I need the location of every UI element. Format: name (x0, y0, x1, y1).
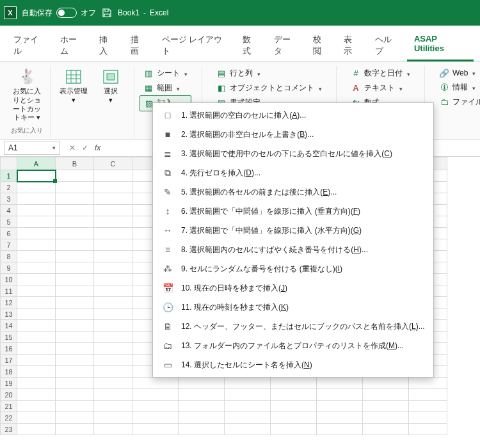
cell[interactable] (94, 193, 132, 205)
menu-item-12[interactable]: 🗎12. ヘッダー、フッター、またはセルにブックのパスと名前を挿入(L)... (153, 317, 433, 336)
cell[interactable] (94, 297, 132, 308)
cell[interactable] (56, 355, 94, 366)
cell[interactable] (225, 378, 271, 389)
cell[interactable] (409, 412, 447, 424)
cell[interactable] (56, 401, 94, 412)
cell[interactable] (409, 389, 447, 401)
cell[interactable] (56, 228, 94, 239)
menu-item-13[interactable]: 🗂13. フォルダー内のファイル名とプロパティのリストを作成(M)... (153, 336, 433, 355)
cell[interactable] (17, 308, 56, 320)
menu-item-5[interactable]: ✎5. 選択範囲の各セルの前または後に挿入(E)... (153, 182, 433, 202)
cell[interactable] (56, 378, 94, 389)
cell[interactable] (94, 378, 132, 389)
accept-icon[interactable]: ✓ (82, 143, 88, 152)
cell[interactable] (17, 228, 56, 239)
cell[interactable] (317, 378, 363, 389)
menu-item-14[interactable]: ▭14. 選択したセルにシート名を挿入(N) (153, 355, 433, 374)
row-header[interactable]: 19 (1, 378, 17, 389)
row-header[interactable]: 15 (1, 332, 17, 343)
cell[interactable] (17, 262, 56, 274)
cell[interactable] (132, 378, 179, 389)
row-header[interactable]: 4 (1, 205, 17, 216)
cell[interactable] (132, 401, 179, 412)
cell[interactable] (94, 355, 132, 366)
menu-item-3[interactable]: ≣3. 選択範囲で使用中のセルの下にある空白セルに値を挿入(C) (153, 144, 433, 163)
cell[interactable] (17, 239, 56, 251)
tab-表示[interactable]: 表示 (337, 29, 367, 61)
name-box[interactable]: A1 ▾ (4, 141, 60, 155)
cell[interactable] (17, 366, 56, 378)
cell[interactable] (94, 205, 132, 216)
cell[interactable] (56, 308, 94, 320)
row-header[interactable]: 5 (1, 216, 17, 228)
cell[interactable] (271, 378, 317, 389)
cell[interactable] (94, 412, 132, 424)
cell[interactable] (94, 308, 132, 320)
autosave-toggle[interactable]: 自動保存 オフ (22, 8, 96, 19)
favorites-button[interactable]: 🐇 お気に入りとショートカットキー ▾ (9, 66, 45, 125)
menu-item-1[interactable]: □1. 選択範囲の空白のセルに挿入(A)... (153, 106, 433, 125)
cell[interactable] (179, 424, 225, 435)
cell[interactable] (94, 366, 132, 378)
column-header[interactable]: C (94, 157, 132, 170)
cell[interactable] (56, 251, 94, 262)
cell[interactable] (94, 170, 132, 182)
cell[interactable] (132, 389, 179, 401)
cell[interactable] (132, 412, 179, 424)
tab-ヘルプ[interactable]: ヘルプ (368, 29, 406, 61)
row-header[interactable]: 12 (1, 297, 17, 308)
cell[interactable] (94, 389, 132, 401)
cell[interactable] (17, 251, 56, 262)
cell[interactable] (56, 343, 94, 355)
cell[interactable] (363, 412, 409, 424)
tab-挿入[interactable]: 挿入 (92, 29, 122, 61)
tab-ファイル[interactable]: ファイル (6, 29, 52, 61)
range-menu[interactable]: ▦範囲 (140, 81, 191, 95)
cell[interactable] (271, 412, 317, 424)
cell[interactable] (94, 239, 132, 251)
row-header[interactable]: 18 (1, 366, 17, 378)
row-header[interactable]: 17 (1, 355, 17, 366)
cell[interactable] (225, 389, 271, 401)
cell[interactable] (17, 285, 56, 297)
rowscols-menu[interactable]: ▤行と列 (212, 66, 326, 81)
row-header[interactable]: 2 (1, 182, 17, 193)
cell[interactable] (94, 228, 132, 239)
info-menu[interactable]: 🛈情報 (435, 80, 480, 95)
row-header[interactable]: 8 (1, 251, 17, 262)
cell[interactable] (17, 182, 56, 193)
cell[interactable] (17, 355, 56, 366)
cell[interactable] (56, 424, 94, 435)
menu-item-6[interactable]: ↕6. 選択範囲で「中間値」を線形に挿入 (垂直方向)(F) (153, 202, 433, 221)
row-header[interactable]: 23 (1, 424, 17, 435)
cell[interactable] (179, 412, 225, 424)
tab-ページ レイアウト[interactable]: ページ レイアウト (155, 29, 234, 61)
cell[interactable] (317, 424, 363, 435)
cell[interactable] (17, 205, 56, 216)
cell[interactable] (17, 401, 56, 412)
cell[interactable] (56, 205, 94, 216)
cell[interactable] (56, 366, 94, 378)
cell[interactable] (17, 170, 56, 182)
cell[interactable] (94, 182, 132, 193)
cell[interactable] (317, 401, 363, 412)
row-header[interactable]: 22 (1, 412, 17, 424)
select-button[interactable]: 選択▾ (93, 66, 129, 108)
cell[interactable] (17, 412, 56, 424)
cell[interactable] (409, 378, 447, 389)
cell[interactable] (56, 182, 94, 193)
cell[interactable] (409, 424, 447, 435)
cell[interactable] (94, 285, 132, 297)
objects-menu[interactable]: ◧オブジェクトとコメント (212, 81, 326, 95)
cell[interactable] (94, 262, 132, 274)
cell[interactable] (225, 424, 271, 435)
row-header[interactable]: 11 (1, 285, 17, 297)
menu-item-9[interactable]: ⁂9. セルにランダムな番号を付ける (重複なし)(I) (153, 259, 433, 278)
cell[interactable] (94, 424, 132, 435)
tab-ASAP Utilities[interactable]: ASAP Utilities (407, 29, 474, 61)
cell[interactable] (56, 193, 94, 205)
cell[interactable] (94, 401, 132, 412)
menu-item-4[interactable]: ⧉4. 先行ゼロを挿入(D)... (153, 163, 433, 182)
cell[interactable] (94, 343, 132, 355)
row-header[interactable]: 10 (1, 274, 17, 285)
